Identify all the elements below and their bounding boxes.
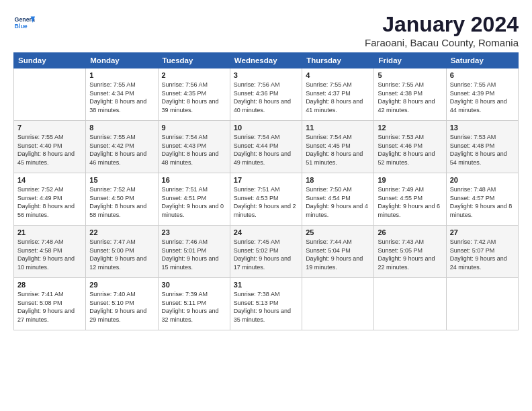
day-number: 8	[89, 124, 154, 132]
cell-details: Sunrise: 7:53 AM Sunset: 4:46 PM Dayligh…	[378, 133, 442, 167]
cell-details: Sunrise: 7:44 AM Sunset: 5:04 PM Dayligh…	[306, 238, 370, 271]
cell-details: Sunrise: 7:38 AM Sunset: 5:13 PM Dayligh…	[234, 290, 298, 324]
calendar-table: Sunday Monday Tuesday Wednesday Thursday…	[13, 52, 519, 330]
cell-details: Sunrise: 7:51 AM Sunset: 4:51 PM Dayligh…	[162, 185, 226, 219]
cell-details: Sunrise: 7:54 AM Sunset: 4:43 PM Dayligh…	[162, 133, 226, 167]
day-number: 29	[89, 281, 154, 289]
table-row: 11Sunrise: 7:54 AM Sunset: 4:45 PM Dayli…	[302, 121, 374, 173]
day-number: 23	[162, 228, 226, 236]
page-subtitle: Faraoani, Bacau County, Romania	[365, 37, 519, 48]
col-sunday: Sunday	[14, 53, 86, 68]
cell-details: Sunrise: 7:41 AM Sunset: 5:08 PM Dayligh…	[17, 290, 82, 324]
table-row: 13Sunrise: 7:53 AM Sunset: 4:48 PM Dayli…	[446, 121, 518, 173]
cell-details: Sunrise: 7:47 AM Sunset: 5:00 PM Dayligh…	[89, 238, 154, 271]
title-block: January 2024 Faraoani, Bacau County, Rom…	[365, 12, 519, 48]
cell-details: Sunrise: 7:43 AM Sunset: 5:05 PM Dayligh…	[378, 238, 442, 271]
calendar-header-row: Sunday Monday Tuesday Wednesday Thursday…	[14, 53, 519, 68]
svg-text:Blue: Blue	[15, 23, 28, 30]
cell-details: Sunrise: 7:45 AM Sunset: 5:02 PM Dayligh…	[234, 238, 298, 271]
table-row: 27Sunrise: 7:42 AM Sunset: 5:07 PM Dayli…	[446, 226, 518, 278]
col-friday: Friday	[374, 53, 446, 68]
page-title: January 2024	[365, 12, 519, 37]
calendar-week-row: 7Sunrise: 7:55 AM Sunset: 4:40 PM Daylig…	[14, 121, 519, 173]
day-number: 12	[378, 124, 442, 132]
table-row: 5Sunrise: 7:55 AM Sunset: 4:38 PM Daylig…	[374, 68, 446, 121]
col-monday: Monday	[86, 53, 158, 68]
day-number: 5	[378, 71, 442, 79]
cell-details: Sunrise: 7:56 AM Sunset: 4:36 PM Dayligh…	[234, 81, 298, 114]
logo-icon: General Blue	[13, 12, 35, 34]
day-number: 7	[17, 124, 82, 132]
header: General Blue January 2024 Faraoani, Baca…	[13, 12, 519, 48]
table-row: 21Sunrise: 7:48 AM Sunset: 4:58 PM Dayli…	[14, 226, 86, 278]
day-number: 13	[450, 124, 515, 132]
cell-details: Sunrise: 7:55 AM Sunset: 4:37 PM Dayligh…	[306, 81, 370, 114]
table-row	[374, 278, 446, 330]
calendar-week-row: 1Sunrise: 7:55 AM Sunset: 4:34 PM Daylig…	[14, 68, 519, 121]
table-row: 31Sunrise: 7:38 AM Sunset: 5:13 PM Dayli…	[230, 278, 302, 330]
cell-details: Sunrise: 7:54 AM Sunset: 4:45 PM Dayligh…	[306, 133, 370, 167]
col-saturday: Saturday	[446, 53, 518, 68]
table-row: 19Sunrise: 7:49 AM Sunset: 4:55 PM Dayli…	[374, 173, 446, 226]
day-number: 25	[306, 228, 370, 236]
day-number: 17	[234, 176, 298, 184]
table-row: 1Sunrise: 7:55 AM Sunset: 4:34 PM Daylig…	[86, 68, 158, 121]
table-row: 20Sunrise: 7:48 AM Sunset: 4:57 PM Dayli…	[446, 173, 518, 226]
table-row	[446, 278, 518, 330]
day-number: 1	[89, 71, 154, 79]
table-row: 10Sunrise: 7:54 AM Sunset: 4:44 PM Dayli…	[230, 121, 302, 173]
cell-details: Sunrise: 7:46 AM Sunset: 5:01 PM Dayligh…	[162, 238, 226, 271]
day-number: 27	[450, 228, 515, 236]
day-number: 24	[234, 228, 298, 236]
cell-details: Sunrise: 7:52 AM Sunset: 4:50 PM Dayligh…	[89, 185, 154, 219]
cell-details: Sunrise: 7:51 AM Sunset: 4:53 PM Dayligh…	[234, 185, 298, 219]
cell-details: Sunrise: 7:55 AM Sunset: 4:42 PM Dayligh…	[89, 133, 154, 167]
cell-details: Sunrise: 7:55 AM Sunset: 4:38 PM Dayligh…	[378, 81, 442, 114]
table-row: 28Sunrise: 7:41 AM Sunset: 5:08 PM Dayli…	[14, 278, 86, 330]
table-row: 6Sunrise: 7:55 AM Sunset: 4:39 PM Daylig…	[446, 68, 518, 121]
calendar-week-row: 28Sunrise: 7:41 AM Sunset: 5:08 PM Dayli…	[14, 278, 519, 330]
table-row: 9Sunrise: 7:54 AM Sunset: 4:43 PM Daylig…	[158, 121, 230, 173]
cell-details: Sunrise: 7:39 AM Sunset: 5:11 PM Dayligh…	[162, 290, 226, 324]
day-number: 3	[234, 71, 298, 79]
day-number: 15	[89, 176, 154, 184]
day-number: 22	[89, 228, 154, 236]
day-number: 11	[306, 124, 370, 132]
cell-details: Sunrise: 7:53 AM Sunset: 4:48 PM Dayligh…	[450, 133, 515, 167]
cell-details: Sunrise: 7:50 AM Sunset: 4:54 PM Dayligh…	[306, 185, 370, 219]
main-container: General Blue January 2024 Faraoani, Baca…	[0, 0, 532, 337]
table-row: 12Sunrise: 7:53 AM Sunset: 4:46 PM Dayli…	[374, 121, 446, 173]
day-number: 26	[378, 228, 442, 236]
table-row: 29Sunrise: 7:40 AM Sunset: 5:10 PM Dayli…	[86, 278, 158, 330]
day-number: 4	[306, 71, 370, 79]
table-row: 7Sunrise: 7:55 AM Sunset: 4:40 PM Daylig…	[14, 121, 86, 173]
table-row: 26Sunrise: 7:43 AM Sunset: 5:05 PM Dayli…	[374, 226, 446, 278]
table-row: 4Sunrise: 7:55 AM Sunset: 4:37 PM Daylig…	[302, 68, 374, 121]
cell-details: Sunrise: 7:49 AM Sunset: 4:55 PM Dayligh…	[378, 185, 442, 219]
day-number: 19	[378, 176, 442, 184]
cell-details: Sunrise: 7:40 AM Sunset: 5:10 PM Dayligh…	[89, 290, 154, 324]
col-wednesday: Wednesday	[230, 53, 302, 68]
col-thursday: Thursday	[302, 53, 374, 68]
day-number: 18	[306, 176, 370, 184]
day-number: 28	[17, 281, 82, 289]
table-row: 22Sunrise: 7:47 AM Sunset: 5:00 PM Dayli…	[86, 226, 158, 278]
table-row: 25Sunrise: 7:44 AM Sunset: 5:04 PM Dayli…	[302, 226, 374, 278]
cell-details: Sunrise: 7:55 AM Sunset: 4:34 PM Dayligh…	[89, 81, 154, 114]
day-number: 30	[162, 281, 226, 289]
day-number: 31	[234, 281, 298, 289]
table-row: 2Sunrise: 7:56 AM Sunset: 4:35 PM Daylig…	[158, 68, 230, 121]
cell-details: Sunrise: 7:48 AM Sunset: 4:58 PM Dayligh…	[17, 238, 82, 271]
day-number: 6	[450, 71, 515, 79]
day-number: 9	[162, 124, 226, 132]
table-row: 30Sunrise: 7:39 AM Sunset: 5:11 PM Dayli…	[158, 278, 230, 330]
cell-details: Sunrise: 7:55 AM Sunset: 4:40 PM Dayligh…	[17, 133, 82, 167]
logo: General Blue	[13, 12, 35, 34]
table-row: 24Sunrise: 7:45 AM Sunset: 5:02 PM Dayli…	[230, 226, 302, 278]
cell-details: Sunrise: 7:55 AM Sunset: 4:39 PM Dayligh…	[450, 81, 515, 114]
cell-details: Sunrise: 7:48 AM Sunset: 4:57 PM Dayligh…	[450, 185, 515, 219]
table-row: 8Sunrise: 7:55 AM Sunset: 4:42 PM Daylig…	[86, 121, 158, 173]
table-row: 18Sunrise: 7:50 AM Sunset: 4:54 PM Dayli…	[302, 173, 374, 226]
table-row: 3Sunrise: 7:56 AM Sunset: 4:36 PM Daylig…	[230, 68, 302, 121]
table-row: 23Sunrise: 7:46 AM Sunset: 5:01 PM Dayli…	[158, 226, 230, 278]
